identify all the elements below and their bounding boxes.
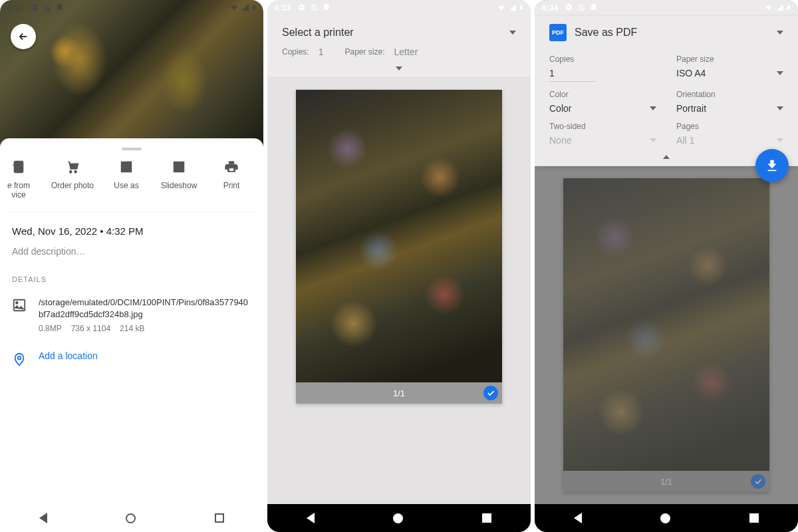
save-pdf-fab[interactable] (755, 149, 789, 182)
page-selected-check[interactable] (483, 386, 498, 400)
svg-point-6 (16, 302, 18, 304)
phone-print-select: 4:33 G Select a printer Copies: 1 Paper … (267, 0, 531, 532)
nav-bar (535, 504, 798, 532)
signal-icon (508, 3, 517, 13)
gear-icon (297, 3, 306, 14)
page-counter: 1/1 (393, 388, 405, 398)
nav-bar (0, 504, 263, 532)
details-header: DETAILS (12, 275, 251, 283)
nav-recent[interactable] (749, 513, 759, 523)
location-row[interactable]: Add a location (12, 350, 251, 369)
print-preview: 1/1 (535, 166, 798, 504)
print-options-panel: PDF Save as PDF Copies 1 Paper size ISO … (535, 16, 798, 166)
paper-option[interactable]: Paper size ISO A4 (676, 55, 783, 82)
statusbar: 4:32 G (0, 0, 263, 16)
google-icon: G (311, 3, 317, 13)
signal-icon (775, 3, 785, 13)
copies-input[interactable]: 1 (549, 68, 596, 82)
pdf-icon: PDF (549, 24, 567, 41)
phone-photo-details: 4:32 G e from vice Order photo (0, 0, 263, 532)
sd-icon (323, 3, 330, 13)
photo-datetime: Wed, Nov 16, 2022 • 4:32 PM (12, 225, 251, 237)
nav-home[interactable] (660, 513, 670, 523)
color-option[interactable]: Color Color (549, 90, 656, 114)
chevron-down-icon (777, 106, 783, 110)
action-label: e from vice (7, 181, 30, 200)
print-button[interactable]: Print (211, 160, 251, 200)
status-time: 4:32 (7, 3, 24, 13)
copies-option[interactable]: Copies 1 (549, 55, 656, 82)
statusbar: 4:34 G (535, 0, 798, 16)
page-image (296, 90, 502, 382)
copies-value[interactable]: 1 (319, 47, 324, 57)
status-time: 4:33 (274, 3, 291, 13)
printer-title: Select a printer (282, 27, 509, 39)
dim-overlay (563, 178, 769, 492)
pages-option: Pages All 1 (676, 122, 783, 146)
file-stats: 0.8MP736 x 1104214 kB (39, 323, 251, 334)
nav-back[interactable] (39, 513, 47, 523)
file-path: /storage/emulated/0/DCIM/100PINT/Pins/0f… (39, 297, 251, 321)
file-detail-row: /storage/emulated/0/DCIM/100PINT/Pins/0f… (12, 297, 251, 334)
status-time: 4:34 (541, 3, 559, 13)
chevron-up-icon (663, 155, 670, 159)
nav-recent[interactable] (482, 513, 491, 523)
action-label: Order photo (51, 181, 94, 190)
nav-back[interactable] (307, 513, 315, 523)
battery-icon (519, 3, 524, 14)
google-icon: G (44, 3, 51, 13)
print-preview: 1/1 (267, 78, 531, 504)
sd-icon (56, 3, 63, 13)
paper-label: Paper size: (344, 47, 384, 57)
details-sheet: e from vice Order photo Use as Slideshow… (0, 138, 263, 504)
chevron-down-icon (777, 138, 783, 142)
nav-home[interactable] (393, 513, 403, 523)
location-icon (12, 352, 27, 369)
statusbar: 4:33 G (267, 0, 531, 16)
nav-home[interactable] (126, 513, 136, 523)
gear-icon (29, 3, 39, 14)
back-button[interactable] (11, 24, 36, 49)
action-label: Slideshow (161, 181, 198, 190)
use-as-button[interactable]: Use as (106, 160, 146, 200)
phone-print-savepdf: 4:34 G PDF Save as PDF Copies 1 Paper si… (535, 0, 798, 532)
wifi-icon (763, 3, 774, 13)
photo-preview[interactable] (0, 0, 263, 148)
twosided-option: Two-sided None (549, 122, 656, 146)
battery-icon (251, 3, 257, 14)
printer-select[interactable]: Select a printer (267, 16, 531, 45)
svg-rect-0 (15, 162, 23, 173)
paper-value[interactable]: Letter (394, 47, 418, 57)
nav-recent[interactable] (215, 513, 224, 523)
slideshow-button[interactable]: Slideshow (159, 160, 199, 200)
google-icon: G (579, 3, 585, 13)
add-location-link[interactable]: Add a location (39, 350, 98, 369)
signal-icon (241, 3, 250, 13)
drag-handle[interactable] (122, 148, 142, 150)
action-label: Print (223, 181, 240, 190)
chevron-down-icon (777, 31, 783, 35)
copies-label: Copies: (282, 47, 309, 57)
page-thumbnail[interactable]: 1/1 (563, 178, 769, 492)
printer-select[interactable]: PDF Save as PDF (535, 16, 798, 48)
order-photo-button[interactable]: Order photo (51, 160, 94, 200)
image-icon (12, 298, 27, 334)
svg-point-2 (74, 171, 76, 173)
nav-bar (267, 504, 531, 532)
gear-icon (564, 3, 573, 14)
printer-title: Save as PDF (575, 27, 777, 39)
print-options-panel: Select a printer Copies: 1 Paper size: L… (267, 16, 531, 78)
wifi-icon (496, 3, 507, 13)
page-footer: 1/1 (296, 382, 502, 404)
delete-from-device-button[interactable]: e from vice (0, 160, 39, 200)
page-thumbnail[interactable]: 1/1 (296, 90, 502, 404)
wifi-icon (229, 3, 239, 13)
chevron-down-icon (396, 66, 402, 70)
chevron-down-icon (650, 138, 656, 142)
nav-back[interactable] (574, 513, 582, 523)
orientation-option[interactable]: Orientation Portrait (676, 90, 783, 114)
chevron-down-icon (777, 71, 783, 75)
description-input[interactable]: Add description… (12, 246, 251, 257)
expand-toggle[interactable] (267, 63, 531, 77)
battery-icon (786, 3, 791, 14)
